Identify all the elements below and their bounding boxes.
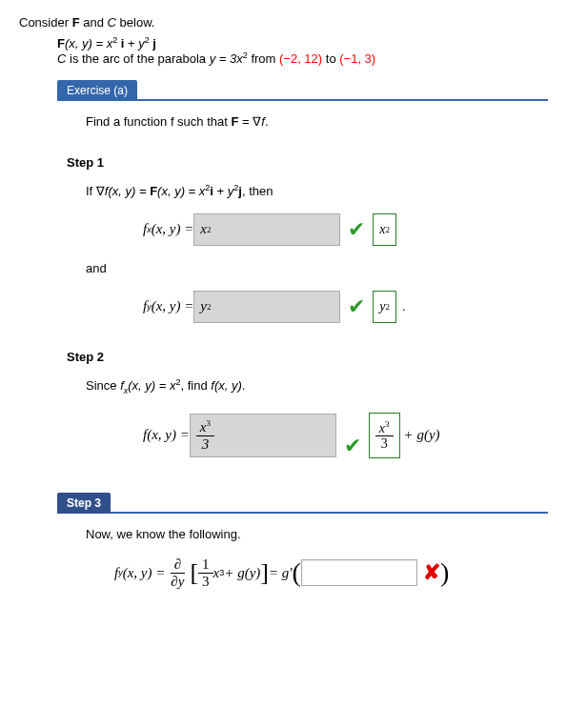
and-word: and bbox=[86, 261, 548, 275]
check-icon: ✔ bbox=[344, 434, 361, 458]
s2-fof: f(x, y) bbox=[211, 378, 242, 393]
check-icon: ✔ bbox=[348, 294, 365, 319]
tab-step-3[interactable]: Step 3 bbox=[57, 493, 111, 514]
fy-ans-y: y bbox=[200, 298, 207, 314]
s1-dot: . bbox=[402, 299, 406, 313]
j-vec: j bbox=[150, 36, 156, 51]
rparen-icon: ) bbox=[440, 559, 449, 586]
s3-plusg: + g(y) bbox=[224, 565, 260, 581]
fxy-lhs: f(x, y) = bbox=[143, 427, 190, 443]
C-sym: C bbox=[57, 52, 66, 67]
curve-yeq: y = 3x bbox=[210, 52, 243, 67]
s2-args: (x, y) = x bbox=[128, 378, 175, 393]
intro-and: and bbox=[83, 15, 107, 30]
fx-answer-input[interactable]: x2 bbox=[193, 213, 340, 246]
fx-row: fx(x, y) = x2 ✔ x2 bbox=[143, 213, 548, 246]
lbracket-icon: [ bbox=[190, 560, 198, 585]
fx-ans-x: x bbox=[200, 221, 207, 237]
ex-eq: = ∇ bbox=[238, 114, 261, 129]
fx-ans-exp: 2 bbox=[207, 225, 212, 234]
s1-F: F bbox=[150, 184, 157, 198]
fxy-answer-input[interactable]: x3 3 bbox=[190, 414, 336, 457]
curve-text1: is the arc of the parabola bbox=[66, 52, 209, 67]
gprime-arg-input[interactable] bbox=[301, 559, 417, 586]
lparen-icon: ( bbox=[293, 559, 301, 586]
s3-x: x bbox=[213, 565, 220, 581]
fx-correct-box: x2 bbox=[373, 213, 396, 246]
intro-below: below. bbox=[120, 15, 155, 30]
point-1: (−2, 12) bbox=[279, 52, 322, 67]
step3-now: Now, we know the following. bbox=[86, 527, 548, 541]
step-3-bar: Step 3 bbox=[57, 493, 548, 514]
fxy-ans-frac: x3 3 bbox=[196, 418, 214, 453]
fxy-num-exp: 3 bbox=[207, 418, 212, 428]
intro-F: F bbox=[72, 15, 80, 30]
fxy-correct-box: x3 3 bbox=[369, 413, 400, 458]
fxy-row: f(x, y) = x3 3 ✔ x3 3 + g(y) bbox=[143, 413, 548, 458]
step-1-heading: Step 1 bbox=[67, 155, 548, 170]
s3-args: (x, y) = bbox=[123, 565, 166, 581]
step1-if-line: If ∇f(x, y) = F(x, y) = x2i + y2j, then bbox=[86, 183, 548, 198]
intro-line: Consider F and C below. bbox=[19, 15, 548, 30]
point-2: (−1, 3) bbox=[339, 52, 375, 67]
step2-line: Since fx(x, y) = x2, find f(x, y). bbox=[86, 377, 548, 395]
s3-eqg: = g' bbox=[269, 565, 293, 581]
F-definition: F(x, y) = x2 i + y2 j bbox=[57, 35, 548, 51]
F-sym: F bbox=[57, 36, 65, 51]
s1-then: , then bbox=[242, 184, 273, 198]
intro-C: C bbox=[108, 15, 116, 30]
fxy-resden: 3 bbox=[377, 436, 392, 452]
step3-row: fy(x, y) = ∂ ∂y [ 1 3 x3 + g(y) ] = g' (… bbox=[114, 556, 548, 590]
check-icon: ✔ bbox=[348, 217, 365, 242]
curve-to: to bbox=[322, 52, 339, 67]
plus: + bbox=[124, 36, 138, 51]
fy-answer-input[interactable]: y2 bbox=[193, 291, 340, 323]
dden: ∂y bbox=[167, 574, 188, 590]
fxy-resnum-exp: 3 bbox=[385, 419, 390, 429]
curve-from: from bbox=[248, 52, 279, 67]
fx-args: (x, y) = bbox=[152, 221, 194, 237]
s2-period: . bbox=[242, 378, 246, 393]
bar-line bbox=[137, 99, 548, 101]
s2-find: , find bbox=[180, 378, 211, 393]
ex-dot: . bbox=[265, 114, 269, 129]
fx-res-exp: 2 bbox=[386, 225, 391, 234]
s1-plus: + bbox=[213, 184, 228, 198]
fxy-num-x: x bbox=[200, 419, 207, 435]
exercise-a-body: Find a function f such that F = ∇f. bbox=[86, 114, 548, 129]
fy-args: (x, y) = bbox=[152, 298, 194, 314]
fy-row: fy(x, y) = y2 ✔ y2 . bbox=[143, 291, 548, 323]
fxy-den: 3 bbox=[198, 436, 213, 453]
find-text: Find a function f such that bbox=[86, 114, 231, 129]
s1-xy: (x, y) = bbox=[157, 184, 199, 198]
one-third: 1 3 bbox=[198, 556, 213, 590]
s2-since: Since bbox=[86, 378, 120, 393]
dnum: ∂ bbox=[171, 556, 185, 574]
s1-fxy: f(x, y) = bbox=[105, 184, 150, 198]
rbracket-icon: ] bbox=[260, 560, 269, 585]
onethird-den: 3 bbox=[198, 574, 213, 590]
fxy-res-frac: x3 3 bbox=[375, 419, 394, 453]
bar-line bbox=[111, 512, 548, 514]
partial-frac: ∂ ∂y bbox=[167, 556, 188, 590]
fy-ans-exp: 2 bbox=[207, 302, 212, 312]
F-args: (x, y) = bbox=[65, 36, 107, 51]
onethird-num: 1 bbox=[198, 556, 213, 574]
cross-icon: ✘ bbox=[423, 560, 440, 585]
fy-res-exp: 2 bbox=[386, 302, 391, 312]
curve-description: C is the arc of the parabola y = 3x2 fro… bbox=[57, 51, 548, 66]
plus-gy: + g(y) bbox=[404, 427, 440, 443]
consider-word: Consider bbox=[19, 15, 69, 30]
fy-correct-box: y2 bbox=[373, 291, 396, 323]
step-2-heading: Step 2 bbox=[67, 350, 548, 364]
exercise-a-bar: Exercise (a) bbox=[57, 80, 548, 101]
tab-exercise-a[interactable]: Exercise (a) bbox=[57, 80, 137, 101]
if: If ∇ bbox=[86, 184, 105, 198]
